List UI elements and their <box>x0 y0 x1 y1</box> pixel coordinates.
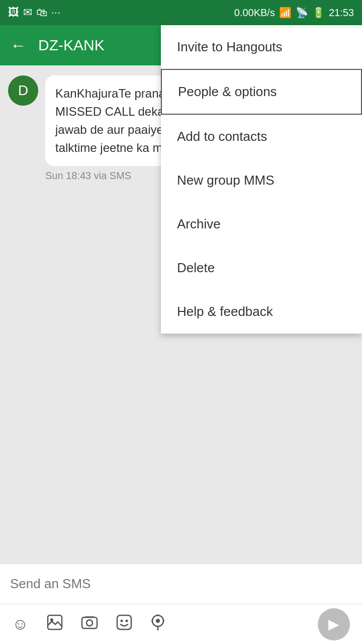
sms-input[interactable] <box>10 576 352 592</box>
menu-item-archive[interactable]: Archive <box>161 202 362 246</box>
context-menu: Invite to Hangouts People & options Add … <box>161 25 362 334</box>
location-icon[interactable] <box>150 614 165 634</box>
menu-item-delete[interactable]: Delete <box>161 246 362 290</box>
menu-item-new-group-mms[interactable]: New group MMS <box>161 158 362 202</box>
status-bar: 🖼 ✉ 🛍 ··· 0.00KB/s 📶 📡 🔋 21:53 <box>0 0 362 25</box>
notification-icon: 🖼 <box>8 6 19 19</box>
toolbar: ← DZ-KANK <box>0 25 161 65</box>
menu-item-invite-hangouts[interactable]: Invite to Hangouts <box>161 25 362 69</box>
svg-rect-0 <box>48 615 62 629</box>
action-icons-group: ☺ <box>12 614 165 634</box>
svg-point-8 <box>156 619 160 623</box>
send-button[interactable]: ▶ <box>318 608 350 640</box>
input-bar <box>0 564 362 604</box>
email-icon: ✉ <box>23 6 32 19</box>
wifi-icon: 📶 <box>279 7 292 19</box>
camera-icon[interactable] <box>81 615 98 633</box>
menu-item-add-contacts[interactable]: Add to contacts <box>161 115 362 158</box>
signal-icon: 📡 <box>296 7 308 19</box>
network-speed: 0.00KB/s <box>234 7 275 19</box>
back-button[interactable]: ← <box>10 36 26 55</box>
image-icon[interactable] <box>47 614 63 634</box>
svg-point-3 <box>86 620 93 626</box>
more-icon: ··· <box>51 6 60 19</box>
svg-point-5 <box>120 619 123 622</box>
emoji-icon[interactable]: ☺ <box>12 615 29 633</box>
menu-item-people-options[interactable]: People & options <box>161 69 362 115</box>
action-bar: ☺ <box>0 604 362 644</box>
status-left-icons: 🖼 ✉ 🛍 ··· <box>8 6 60 19</box>
avatar: D <box>8 75 38 106</box>
battery-icon: 🔋 <box>312 7 325 19</box>
svg-point-6 <box>125 619 128 622</box>
bag-icon: 🛍 <box>36 6 47 19</box>
svg-rect-2 <box>82 617 97 628</box>
menu-item-help-feedback[interactable]: Help & feedback <box>161 290 362 334</box>
conversation-title: DZ-KANK <box>38 37 105 54</box>
time: 21:53 <box>329 7 354 19</box>
sticker-icon[interactable] <box>116 614 132 634</box>
status-right-info: 0.00KB/s 📶 📡 🔋 21:53 <box>234 7 354 19</box>
send-icon: ▶ <box>328 616 339 632</box>
svg-rect-4 <box>117 615 131 629</box>
